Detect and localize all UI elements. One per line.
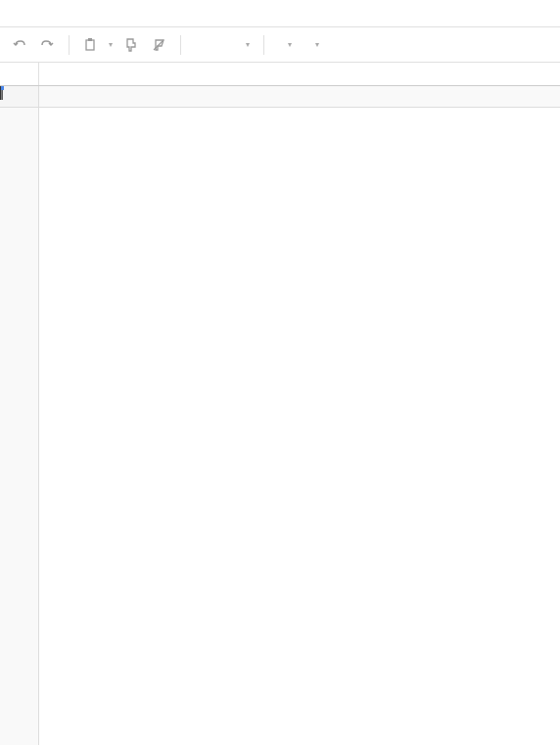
- clear-format-icon[interactable]: [146, 32, 171, 58]
- chevron-down-icon: ▾: [246, 40, 250, 49]
- menu-form[interactable]: [172, 10, 200, 18]
- separator: [69, 35, 70, 55]
- separator: [180, 35, 181, 55]
- menu-view[interactable]: [145, 10, 172, 18]
- separator: [263, 35, 264, 55]
- menu-insert[interactable]: [35, 10, 63, 18]
- menu-help[interactable]: [200, 10, 227, 18]
- fx-label[interactable]: [0, 63, 39, 85]
- text-caret: [0, 86, 1, 100]
- spreadsheet-grid[interactable]: I: [0, 86, 560, 745]
- column-headers: [39, 86, 560, 108]
- number-format-dropdown[interactable]: ▾: [236, 40, 256, 49]
- svg-rect-1: [88, 38, 92, 41]
- formula-bar: [0, 63, 560, 86]
- undo-icon[interactable]: [7, 32, 32, 58]
- svg-rect-0: [86, 40, 94, 50]
- chevron-down-icon[interactable]: ▾: [109, 40, 113, 49]
- chevron-down-icon[interactable]: ▾: [315, 40, 319, 49]
- select-all-corner[interactable]: [0, 86, 39, 108]
- cells-area[interactable]: [39, 108, 560, 745]
- toolbar: ▾ ▾ ▾ ▾: [0, 27, 560, 63]
- menu-edit[interactable]: [8, 10, 35, 18]
- row-headers: [0, 108, 39, 745]
- menubar: [0, 0, 560, 27]
- redo-icon[interactable]: [34, 32, 60, 58]
- menu-data[interactable]: [117, 10, 145, 18]
- format-painter-icon[interactable]: [118, 32, 144, 58]
- menu-formula[interactable]: [90, 10, 117, 18]
- chevron-down-icon[interactable]: ▾: [288, 40, 292, 49]
- paste-icon[interactable]: [78, 32, 104, 58]
- formula-input[interactable]: [39, 63, 560, 85]
- menu-format[interactable]: [63, 10, 90, 18]
